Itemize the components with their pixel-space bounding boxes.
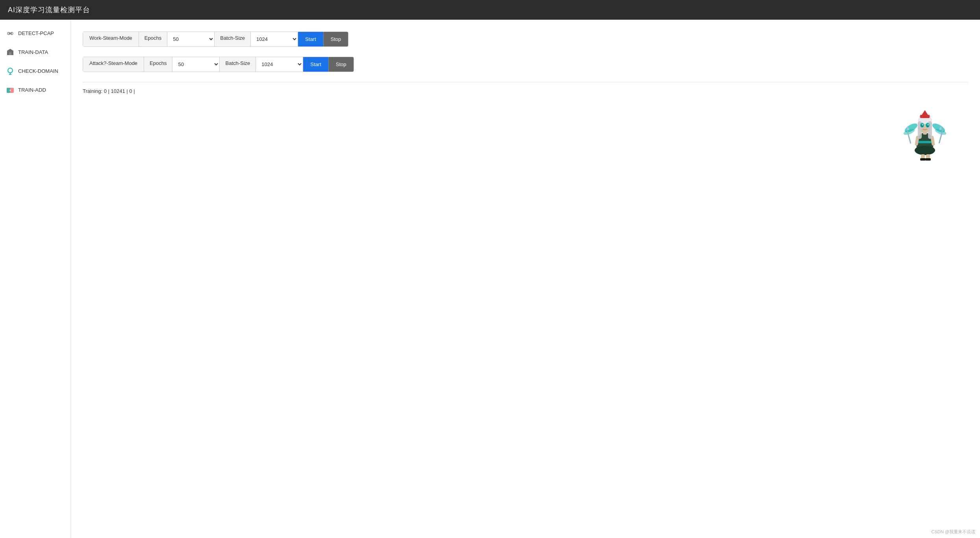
- train-data-icon: [6, 48, 14, 56]
- svg-rect-42: [925, 158, 931, 161]
- batch-label-1: Batch-Size: [215, 32, 251, 46]
- svg-rect-2: [9, 33, 12, 34]
- svg-point-38: [928, 124, 929, 126]
- svg-rect-17: [916, 141, 934, 143]
- main-layout: DETECT-PCAP TRAIN-DATA CHECK-DOMAIN: [0, 20, 980, 538]
- epochs-label-1: Epochs: [139, 32, 167, 46]
- app-title: AI深度学习流量检测平台: [8, 5, 90, 15]
- sidebar-item-train-data[interactable]: TRAIN-DATA: [0, 43, 70, 61]
- batch-select-1[interactable]: 128 256 512 1024 2048: [251, 32, 298, 46]
- content-area: Work-Steam-Mode Epochs 10 20 30 50 100 2…: [71, 20, 980, 538]
- sidebar-item-train-add[interactable]: + TRAIN-ADD: [0, 80, 70, 99]
- control-row-1-box: Work-Steam-Mode Epochs 10 20 30 50 100 2…: [83, 31, 348, 47]
- svg-text:+: +: [9, 88, 11, 92]
- control-row-2-box: Attack?-Steam-Mode Epochs 10 20 30 50 10…: [83, 57, 354, 72]
- app-header: AI深度学习流量检测平台: [0, 0, 980, 20]
- control-row-1: Work-Steam-Mode Epochs 10 20 30 50 100 2…: [83, 31, 968, 47]
- batch-label-2: Batch-Size: [220, 57, 256, 72]
- svg-point-37: [922, 124, 923, 126]
- batch-select-2[interactable]: 128 256 512 1024 2048: [256, 57, 303, 72]
- epochs-select-2[interactable]: 10 20 30 50 100 200: [172, 57, 220, 72]
- check-domain-icon: [6, 67, 14, 75]
- sidebar-label-check-domain: CHECK-DOMAIN: [18, 68, 58, 74]
- svg-rect-31: [920, 115, 930, 118]
- svg-point-5: [8, 68, 13, 73]
- sidebar-item-detect-pcap[interactable]: DETECT-PCAP: [0, 24, 70, 43]
- mode-label-1: Work-Steam-Mode: [83, 32, 139, 46]
- svg-rect-41: [920, 158, 926, 161]
- train-add-icon: +: [6, 86, 14, 94]
- sidebar-label-train-data: TRAIN-DATA: [18, 49, 48, 55]
- mascot-svg: [901, 106, 949, 161]
- sidebar: DETECT-PCAP TRAIN-DATA CHECK-DOMAIN: [0, 20, 71, 538]
- training-status: Training: 0 | 10241 | 0 |: [83, 88, 968, 94]
- svg-rect-4: [9, 52, 11, 55]
- start-button-1[interactable]: Start: [298, 32, 323, 46]
- mascot-image: [901, 106, 949, 161]
- stop-button-2[interactable]: Stop: [328, 57, 354, 72]
- start-button-2[interactable]: Start: [303, 57, 328, 72]
- detect-icon: [6, 29, 14, 37]
- epochs-label-2: Epochs: [144, 57, 172, 72]
- divider: [83, 82, 968, 82]
- epochs-select-1[interactable]: 10 20 30 50 100 200: [167, 32, 215, 46]
- control-row-2: Attack?-Steam-Mode Epochs 10 20 30 50 10…: [83, 57, 968, 72]
- sidebar-item-check-domain[interactable]: CHECK-DOMAIN: [0, 61, 70, 80]
- svg-point-16: [915, 146, 935, 155]
- svg-marker-32: [922, 110, 928, 115]
- mode-label-2: Attack?-Steam-Mode: [83, 57, 144, 72]
- footer-watermark: CSDN @我重来不说谎: [932, 529, 975, 535]
- sidebar-label-detect-pcap: DETECT-PCAP: [18, 30, 54, 36]
- stop-button-1[interactable]: Stop: [323, 32, 348, 46]
- sidebar-label-train-add: TRAIN-ADD: [18, 87, 46, 93]
